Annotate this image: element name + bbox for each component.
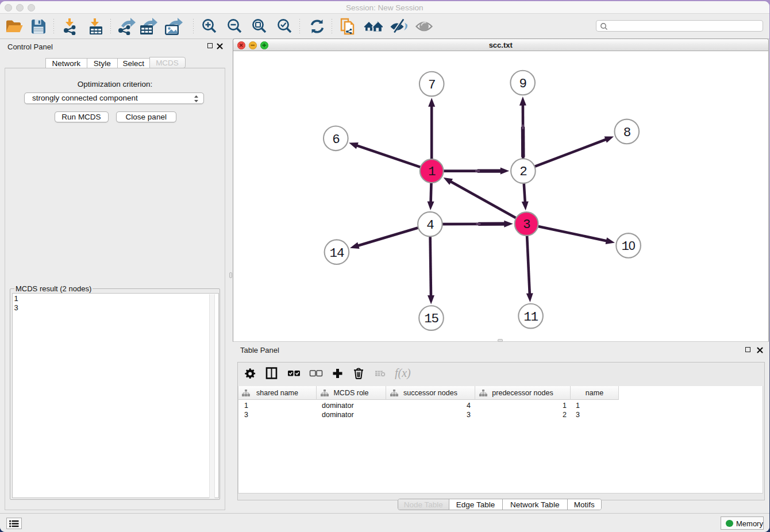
svg-text:f(x): f(x) [395, 367, 411, 379]
svg-text:7: 7 [428, 78, 435, 92]
svg-text:1: 1 [428, 164, 436, 179]
svg-text:2: 2 [519, 164, 526, 179]
svg-text:4: 4 [426, 218, 434, 233]
svg-text:11: 11 [523, 310, 538, 325]
svg-text:8: 8 [623, 125, 630, 140]
svg-text:3: 3 [522, 217, 530, 232]
svg-text:6: 6 [332, 132, 340, 147]
svg-text:9: 9 [519, 76, 526, 91]
svg-text:15: 15 [424, 311, 438, 326]
svg-text:10: 10 [621, 239, 635, 254]
svg-text:14: 14 [329, 246, 344, 261]
